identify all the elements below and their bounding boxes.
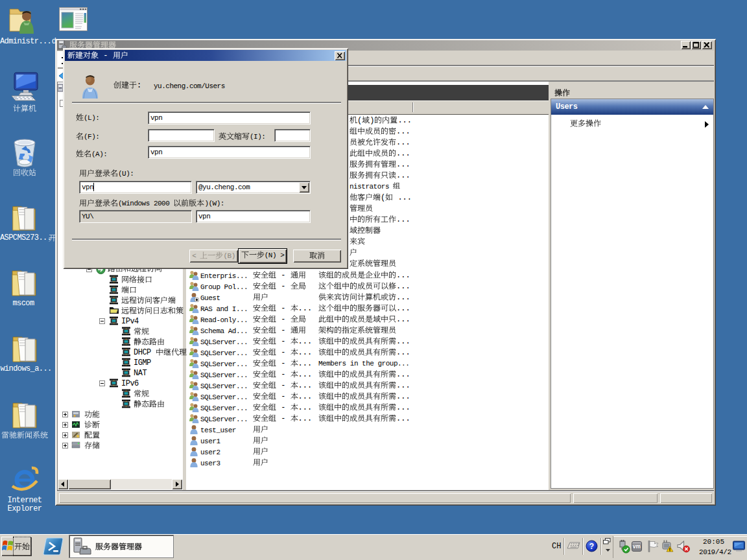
svg-text:?: ? [589, 542, 594, 551]
svg-text:vm: vm [633, 543, 641, 550]
